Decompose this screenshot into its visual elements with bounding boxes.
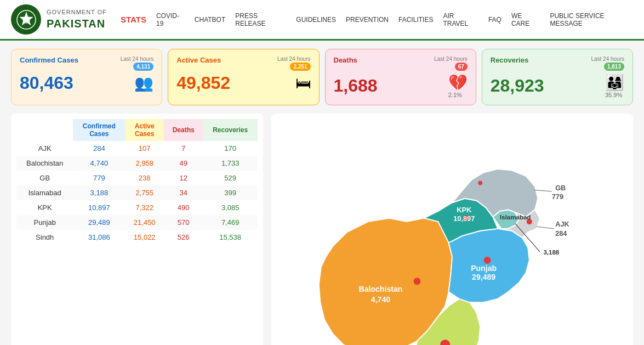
gb-label: GB: [555, 184, 566, 192]
td-recoveries: 3,085: [203, 200, 258, 215]
pak-label: PAKISTAN: [47, 16, 107, 31]
table-row: AJK 284 107 7 170: [16, 141, 258, 156]
td-recoveries: 15,538: [203, 230, 258, 245]
confirmed-24h-value: 4,131: [133, 63, 153, 71]
deaths-24h-label: Last 24 hours: [434, 56, 468, 62]
td-deaths: 490: [164, 200, 203, 215]
nav-stats[interactable]: STATS: [121, 15, 146, 24]
confirmed-icon: 👥: [134, 74, 153, 92]
logo-area: GOVERNMENT OF PAKISTAN: [11, 4, 110, 35]
hotspot-gb: [478, 181, 482, 185]
td-region: KPK: [16, 200, 73, 215]
td-deaths: 49: [164, 156, 203, 171]
recoveries-icon: 👨‍👩‍👧: [605, 73, 624, 92]
td-recoveries: 7,469: [203, 215, 258, 230]
table-row: GB 779 238 12 529: [16, 171, 258, 185]
deaths-number: 1,688: [334, 76, 378, 95]
deaths-pct: 2.1%: [448, 92, 468, 98]
nav-guidelines[interactable]: GUIDELINES: [296, 16, 336, 24]
ajk-value: 284: [555, 229, 567, 237]
deaths-24h-value: 67: [455, 63, 468, 71]
nav-chatbot[interactable]: CHATBOT: [195, 16, 225, 24]
td-region: Balochistan: [16, 156, 73, 171]
kpk-label: KPK: [457, 206, 472, 214]
td-region: GB: [16, 171, 73, 185]
nav-covid19[interactable]: COVID-19: [156, 12, 185, 27]
recoveries-pct: 35.9%: [605, 92, 624, 98]
gov-title: GOVERNMENT OF PAKISTAN: [47, 8, 107, 30]
td-confirmed: 29,489: [73, 215, 125, 230]
td-recoveries: 399: [203, 185, 258, 200]
gb-value: 779: [552, 193, 563, 201]
td-deaths: 570: [164, 215, 203, 230]
table-row: Balochistan 4,740 2,958 49 1,733: [16, 156, 258, 171]
td-active: 2,755: [125, 185, 164, 200]
nav-faq[interactable]: FAQ: [488, 16, 501, 24]
confirmed-number: 80,463: [20, 73, 73, 93]
td-recoveries: 170: [203, 141, 258, 156]
active-number: 49,852: [176, 73, 230, 93]
svg-line-4: [534, 190, 552, 192]
td-active: 15,022: [125, 230, 164, 245]
active-24h-value: 2,251: [290, 63, 310, 71]
pakistan-map: Balochistan 4,740 Punjab 29,489 Sindh 31…: [277, 119, 628, 345]
data-table-area: ConfirmedCases ActiveCases Deaths Recove…: [11, 114, 263, 345]
td-region: AJK: [16, 141, 73, 156]
map-area: Balochistan 4,740 Punjab 29,489 Sindh 31…: [271, 114, 633, 345]
main-nav: STATS COVID-19 CHATBOT PRESS RELEASE GUI…: [121, 12, 633, 27]
active-cases-card: Active Cases Last 24 hours 2,251 49,852 …: [168, 49, 319, 105]
td-active: 107: [125, 141, 164, 156]
content-row: ConfirmedCases ActiveCases Deaths Recove…: [11, 114, 633, 345]
gov-logo-icon: [11, 4, 41, 35]
kpk-value: 10,897: [453, 214, 475, 223]
td-active: 7,322: [125, 200, 164, 215]
table-row: Punjab 29,489 21,450 570 7,469: [16, 215, 258, 230]
nav-psm[interactable]: PUBLIC SERVICE MESSAGE: [550, 12, 633, 27]
nav-facilities[interactable]: FACILITIES: [398, 16, 433, 24]
table-row: Islamabad 3,188 2,755 34 399: [16, 185, 258, 200]
nav-press[interactable]: PRESS RELEASE: [235, 12, 286, 27]
deaths-icon: 💔: [448, 73, 468, 92]
deaths-card: Deaths Last 24 hours 67 1,688 💔 2.1%: [325, 49, 476, 105]
recoveries-number: 28,923: [491, 76, 544, 95]
active-24h-label: Last 24 hours: [277, 56, 311, 62]
nav-wecare[interactable]: WE CARE: [511, 12, 540, 27]
active-icon: 🛏: [295, 74, 311, 92]
td-confirmed: 284: [73, 141, 125, 156]
gov-label: GOVERNMENT OF: [47, 8, 107, 16]
td-confirmed: 4,740: [73, 156, 125, 171]
td-region: Sindh: [16, 230, 73, 245]
stats-table: ConfirmedCases ActiveCases Deaths Recove…: [16, 119, 258, 245]
ajk-label: AJK: [555, 220, 569, 228]
td-active: 21,450: [125, 215, 164, 230]
main-content: Confirmed Cases Last 24 hours 4,131 80,4…: [0, 41, 644, 345]
td-deaths: 34: [164, 185, 203, 200]
td-active: 2,958: [125, 156, 164, 171]
recoveries-24h-value: 1,813: [604, 63, 624, 71]
td-region: Punjab: [16, 215, 73, 230]
td-recoveries: 1,733: [203, 156, 258, 171]
nav-prevention[interactable]: PREVENTION: [346, 16, 389, 24]
td-deaths: 526: [164, 230, 203, 245]
td-active: 238: [125, 171, 164, 185]
recoveries-24h-label: Last 24 hours: [591, 56, 624, 62]
td-confirmed: 3,188: [73, 185, 125, 200]
th-recoveries: Recoveries: [203, 119, 258, 141]
td-region: Islamabad: [16, 185, 73, 200]
recoveries-title: Recoveries: [491, 56, 528, 64]
punjab-value: 29,489: [472, 273, 495, 281]
th-region: [16, 119, 73, 141]
th-deaths: Deaths: [164, 119, 203, 141]
td-confirmed: 779: [73, 171, 125, 185]
td-confirmed: 31,086: [73, 230, 125, 245]
th-active: ActiveCases: [125, 119, 164, 141]
th-confirmed: ConfirmedCases: [73, 119, 125, 141]
nav-airtravel[interactable]: AIR TRAVEL: [443, 12, 478, 27]
active-title: Active Cases: [176, 56, 221, 64]
td-deaths: 7: [164, 141, 203, 156]
td-deaths: 12: [164, 171, 203, 185]
td-recoveries: 529: [203, 171, 258, 185]
svg-line-5: [537, 227, 554, 229]
table-row: KPK 10,897 7,322 490 3,085: [16, 200, 258, 215]
balochistan-value: 4,740: [371, 295, 390, 304]
